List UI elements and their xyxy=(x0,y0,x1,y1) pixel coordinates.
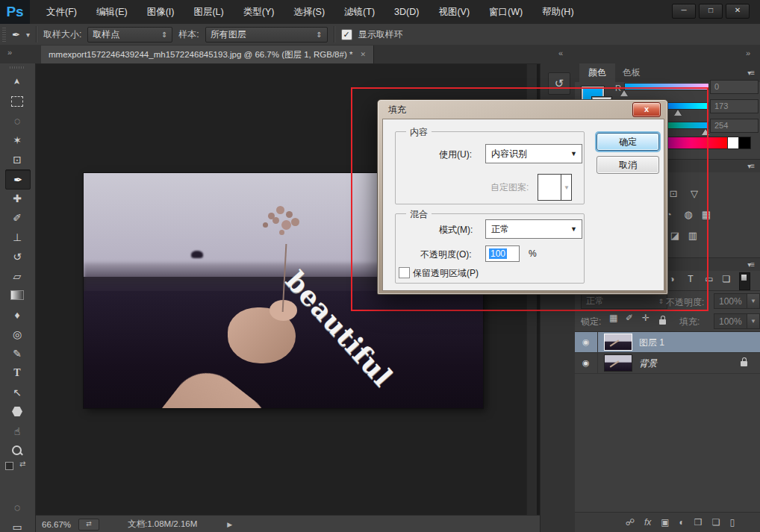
filter-toggle-switch[interactable] xyxy=(739,272,750,290)
document-tab[interactable]: mmexport1572246439244_mh1572246845193.jp… xyxy=(41,46,374,63)
path-select-tool[interactable]: ↖ xyxy=(5,383,29,401)
adjustment-hue-saturation-icon[interactable]: ◍ xyxy=(681,208,696,222)
ok-button[interactable]: 确定 xyxy=(597,133,659,151)
link-layers-icon[interactable]: ☍ xyxy=(626,517,635,528)
layer-name[interactable]: 图层 1 xyxy=(639,337,664,349)
eye-icon[interactable]: ◉ xyxy=(582,337,590,347)
dock-expand-icon[interactable]: » xyxy=(746,48,750,57)
adjustment-black-white-icon[interactable]: ◪ xyxy=(667,229,682,242)
blue-slider-handle[interactable] xyxy=(702,129,709,135)
green-value[interactable]: 173 xyxy=(710,99,759,113)
use-dropdown[interactable]: 内容识别 ▼ xyxy=(485,144,582,163)
quick-mask-button[interactable]: ◌ xyxy=(5,498,29,516)
tab-swatches[interactable]: 色板 xyxy=(614,63,650,82)
dodge-tool[interactable]: ◎ xyxy=(5,325,29,343)
new-adjustment-icon[interactable]: ◐ xyxy=(679,517,685,528)
blue-value[interactable]: 254 xyxy=(710,119,759,133)
tab-close-icon[interactable]: ✕ xyxy=(360,51,366,58)
history-panel-button[interactable]: ↺ xyxy=(548,72,570,95)
red-slider-handle[interactable] xyxy=(620,90,628,96)
menu-image[interactable]: 图像(I) xyxy=(147,6,175,19)
dialog-close-button[interactable]: x xyxy=(632,102,661,117)
swap-colors-icon[interactable]: ⇄ xyxy=(19,460,25,468)
layer-name[interactable]: 背景 xyxy=(639,357,657,370)
menu-select[interactable]: 选择(S) xyxy=(293,6,325,19)
visibility-well[interactable]: ◉ xyxy=(575,353,598,373)
crop-tool[interactable]: ⊡ xyxy=(5,150,29,169)
filter-type-icon[interactable]: T xyxy=(683,271,698,287)
cancel-button[interactable]: 取消 xyxy=(597,156,659,174)
history-brush-tool[interactable]: ↺ xyxy=(5,247,29,266)
sample-size-dropdown[interactable]: 取样点 ⇕ xyxy=(87,27,172,43)
filter-shape-icon[interactable]: ▭ xyxy=(702,271,717,287)
layer-row-layer1[interactable]: ◉ 图层 1 xyxy=(575,332,760,353)
hand-tool[interactable]: ☝ xyxy=(5,422,29,440)
tab-color[interactable]: 颜色 xyxy=(579,63,615,82)
zoom-percent[interactable]: 66.67% xyxy=(42,520,71,529)
lock-position-icon[interactable]: ✛ xyxy=(642,313,650,323)
magic-wand-tool[interactable]: ✶ xyxy=(5,131,29,149)
menu-3d[interactable]: 3D(D) xyxy=(394,7,419,17)
red-value[interactable]: 0 xyxy=(710,80,759,94)
red-slider[interactable] xyxy=(624,83,709,90)
adjustment-exposure-icon[interactable]: ⊡ xyxy=(666,187,681,201)
delete-layer-icon[interactable]: ▯ xyxy=(729,517,735,528)
show-ring-checkbox[interactable]: ✓ xyxy=(341,29,352,40)
healing-brush-tool[interactable]: ✚ xyxy=(5,189,29,207)
new-layer-icon[interactable]: ❏ xyxy=(712,517,720,528)
pen-tool[interactable]: ✎ xyxy=(5,344,29,363)
layer-effects-icon[interactable]: fx xyxy=(644,517,651,528)
blur-tool[interactable]: ♦ xyxy=(5,305,29,324)
type-tool[interactable]: T xyxy=(5,363,29,382)
layer-thumbnail[interactable] xyxy=(605,334,632,350)
panel-menu-icon[interactable]: ▾≡ xyxy=(747,162,754,170)
panel-menu-icon[interactable]: ▾≡ xyxy=(747,260,754,269)
status-widget-icon[interactable]: ⇄ xyxy=(78,519,99,531)
clone-stamp-tool[interactable]: ⊥ xyxy=(5,228,29,246)
menu-filter[interactable]: 滤镜(T) xyxy=(344,6,375,19)
eyedropper-preset-icon[interactable]: ✒ xyxy=(12,29,20,40)
menu-view[interactable]: 视图(V) xyxy=(438,6,470,19)
mode-dropdown[interactable]: 正常 ▼ xyxy=(485,219,582,239)
lasso-tool[interactable]: ◌ xyxy=(5,111,29,130)
status-arrow-icon[interactable]: ▶ xyxy=(227,521,232,528)
fill-dialog[interactable]: 填充 x 内容 使用(U): 内容识别 ▼ 自定图案: ▼ 混合 模式(M): … xyxy=(377,99,668,295)
close-button[interactable]: ✕ xyxy=(726,4,750,19)
layer-thumbnail[interactable] xyxy=(605,355,632,371)
opacity-input[interactable]: 100 xyxy=(485,245,520,262)
lock-transparency-icon[interactable]: ▦ xyxy=(609,313,617,323)
menu-file[interactable]: 文件(F) xyxy=(46,6,77,19)
spectrum-black-swatch[interactable] xyxy=(738,137,751,149)
eyedropper-tool[interactable]: ✒ xyxy=(5,169,31,190)
menu-type[interactable]: 类型(Y) xyxy=(243,6,275,19)
fill-dropdown[interactable]: 100% ▼ xyxy=(714,313,760,329)
visibility-well[interactable]: ◉ xyxy=(575,332,598,352)
tab-overflow-icon[interactable]: » xyxy=(7,48,10,57)
shape-tool[interactable] xyxy=(5,402,29,421)
brush-tool[interactable]: ✐ xyxy=(5,208,29,227)
dock-collapse-icon[interactable]: « xyxy=(558,48,563,57)
menu-help[interactable]: 帮助(H) xyxy=(542,6,573,19)
blend-mode-dropdown[interactable]: 正常 ⇕ xyxy=(581,293,667,309)
menu-layer[interactable]: 图层(L) xyxy=(193,6,223,19)
custom-pattern-well[interactable]: ▼ xyxy=(538,174,572,201)
add-mask-icon[interactable]: ▣ xyxy=(661,517,669,528)
adjustment-curves-icon[interactable]: ▽ xyxy=(687,187,702,201)
layer-row-background[interactable]: ◉ 背景 xyxy=(575,353,760,374)
screen-mode-button[interactable]: ▭ xyxy=(5,517,29,532)
menu-edit[interactable]: 编辑(E) xyxy=(96,6,128,19)
zoom-tool[interactable] xyxy=(5,441,29,460)
move-tool[interactable]: ➤ xyxy=(5,72,29,91)
maximize-button[interactable]: □ xyxy=(699,4,723,19)
preset-caret-icon[interactable]: ▾ xyxy=(26,31,30,39)
default-colors-icon[interactable] xyxy=(5,462,13,470)
opacity-dropdown[interactable]: 100% ▼ xyxy=(714,293,760,309)
lock-all-icon[interactable] xyxy=(659,319,666,325)
sample-dropdown[interactable]: 所有图层 ⇕ xyxy=(205,27,328,43)
adjustment-gradient-map-icon[interactable]: ▥ xyxy=(685,229,700,242)
marquee-tool[interactable] xyxy=(5,92,29,110)
filter-smart-object-icon[interactable]: ❏ xyxy=(719,271,734,287)
lock-pixels-icon[interactable]: ✐ xyxy=(626,313,633,323)
panel-menu-icon[interactable]: ▾≡ xyxy=(747,69,754,77)
eye-icon[interactable]: ◉ xyxy=(582,358,590,368)
